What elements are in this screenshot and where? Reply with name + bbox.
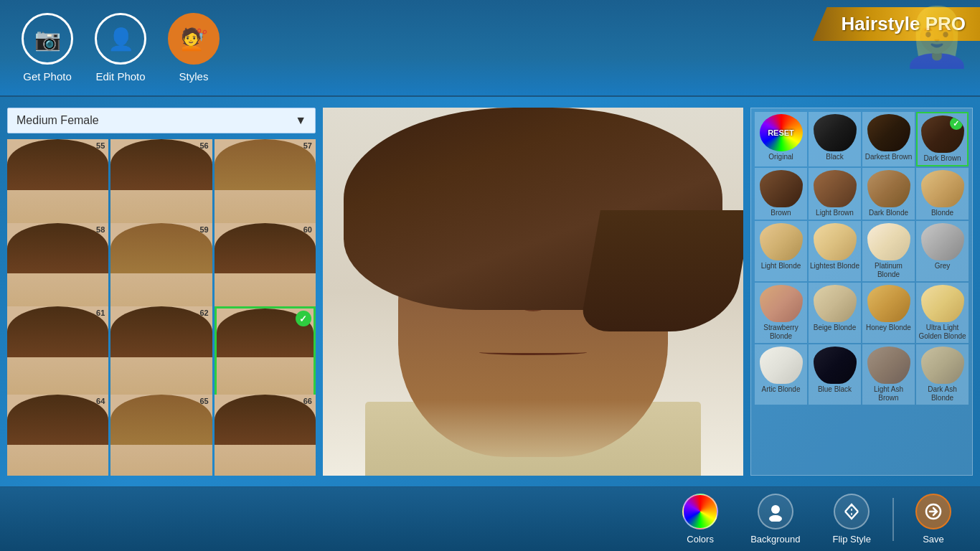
preview-panel: [323, 108, 743, 476]
brown-swatch: [760, 170, 803, 207]
chevron-down-icon: ▼: [295, 114, 306, 127]
save-button[interactable]: Save: [901, 488, 966, 550]
dark-brown-swatch: ✓: [921, 116, 964, 153]
toolbar-divider: [892, 498, 894, 541]
top-nav: 📷 Get Photo 👤 Edit Photo 💇 Styles Hairst…: [0, 0, 980, 97]
styles-label: Styles: [179, 70, 209, 83]
darkest-brown-swatch: [867, 114, 910, 151]
dark-ash-blonde-swatch: [921, 347, 964, 384]
honey-blonde-swatch: [867, 285, 910, 322]
flip-style-icon: [834, 494, 870, 529]
color-light-ash-brown-item[interactable]: Light Ash Brown: [862, 344, 915, 405]
color-label: Darkest Brown: [865, 153, 913, 161]
color-label: Dark Brown: [923, 154, 961, 163]
color-label: Light Blonde: [761, 262, 801, 270]
color-dark-blonde-item[interactable]: Dark Blonde: [862, 168, 915, 220]
main-content: Medium Female ▼ 55 56 57 58: [0, 97, 980, 486]
svg-point-1: [769, 515, 782, 522]
color-label: Artic Blonde: [762, 385, 801, 394]
style-item[interactable]: 61: [7, 306, 108, 408]
style-item[interactable]: 65: [110, 395, 212, 476]
color-label: Blue Black: [818, 385, 852, 394]
selected-checkmark: ✓: [296, 311, 311, 326]
bottom-toolbar: Colors Background Flip Style Sav: [0, 486, 980, 551]
black-swatch: [814, 114, 857, 151]
blue-black-swatch: [814, 347, 857, 384]
color-reset-item[interactable]: RESET Original: [755, 112, 807, 166]
hair-preview: [344, 108, 722, 310]
color-label: Light Brown: [816, 209, 854, 217]
save-label: Save: [923, 534, 944, 545]
strawberry-blonde-swatch: [760, 285, 803, 322]
blonde-swatch: [921, 170, 964, 207]
get-photo-button[interactable]: 📷 Get Photo: [22, 13, 73, 83]
color-strawberry-blonde-item[interactable]: Strawberry Blonde: [755, 283, 807, 343]
color-label: Strawberry Blonde: [756, 324, 806, 341]
color-black-item[interactable]: Black: [809, 112, 861, 166]
style-category-dropdown[interactable]: Medium Female ▼: [7, 108, 316, 133]
ultra-light-golden-blonde-swatch: [921, 285, 964, 322]
colors-icon: [682, 494, 718, 529]
color-label: Honey Blonde: [866, 324, 911, 332]
color-label: Brown: [771, 209, 791, 217]
colors-button[interactable]: Colors: [668, 488, 732, 550]
lightest-blonde-swatch: [814, 223, 857, 260]
edit-photo-button[interactable]: 👤 Edit Photo: [95, 13, 146, 83]
color-label: Light Ash Brown: [864, 385, 913, 402]
camera-icon: 📷: [22, 13, 73, 65]
color-platinum-blonde-item[interactable]: Platinum Blonde: [862, 221, 915, 281]
color-honey-blonde-item[interactable]: Honey Blonde: [862, 283, 915, 343]
color-blue-black-item[interactable]: Blue Black: [809, 344, 861, 405]
color-label: Beige Blonde: [814, 324, 857, 332]
color-lightest-blonde-item[interactable]: Lightest Blonde: [809, 221, 861, 281]
flip-style-button[interactable]: Flip Style: [819, 488, 885, 550]
color-light-blonde-item[interactable]: Light Blonde: [755, 221, 807, 281]
portrait-preview: [323, 108, 743, 476]
logo-area: Hairstyle PRO 👱‍♀️: [750, 0, 980, 97]
color-dark-brown-item[interactable]: ✓ Dark Brown: [916, 112, 969, 166]
color-label: Ultra Light Golden Blonde: [918, 324, 967, 341]
person-icon: 👤: [95, 13, 146, 65]
light-blonde-swatch: [760, 223, 803, 260]
color-blonde-item[interactable]: Blonde: [916, 168, 969, 220]
save-icon: [915, 494, 951, 529]
grey-swatch: [921, 223, 964, 260]
color-darkest-brown-item[interactable]: Darkest Brown: [862, 112, 915, 166]
light-brown-swatch: [814, 170, 857, 207]
color-panel: RESET Original Black Darkest Brown ✓ Dar…: [750, 108, 973, 476]
color-label: Platinum Blonde: [864, 262, 913, 279]
color-grey-item[interactable]: Grey: [916, 221, 969, 281]
platinum-blonde-swatch: [867, 223, 910, 260]
style-item[interactable]: 64: [7, 395, 108, 476]
color-label: Blonde: [931, 209, 953, 217]
color-artic-blonde-item[interactable]: Artic Blonde: [755, 344, 807, 405]
color-beige-blonde-item[interactable]: Beige Blonde: [809, 283, 861, 343]
color-label: Original: [768, 153, 793, 161]
dark-blonde-swatch: [867, 170, 910, 207]
get-photo-label: Get Photo: [23, 70, 72, 83]
color-label: Dark Blonde: [869, 209, 908, 217]
color-light-brown-item[interactable]: Light Brown: [809, 168, 861, 220]
color-label: Dark Ash Blonde: [918, 385, 967, 402]
color-label: Grey: [935, 262, 951, 270]
artic-blonde-swatch: [760, 347, 803, 384]
color-label: Lightest Blonde: [810, 262, 859, 270]
reset-swatch: RESET: [760, 114, 803, 151]
color-brown-item[interactable]: Brown: [755, 168, 807, 220]
style-grid: 55 56 57 58 59 60: [7, 139, 316, 476]
color-grid: RESET Original Black Darkest Brown ✓ Dar…: [755, 112, 969, 405]
beige-blonde-swatch: [814, 285, 857, 322]
style-item[interactable]: 66: [215, 395, 316, 476]
style-item-selected[interactable]: ✓: [215, 306, 316, 408]
background-label: Background: [750, 534, 800, 545]
styles-icon: 💇: [168, 13, 220, 65]
color-ultra-light-golden-blonde-item[interactable]: Ultra Light Golden Blonde: [916, 283, 969, 343]
flip-style-label: Flip Style: [833, 534, 871, 545]
color-dark-ash-blonde-item[interactable]: Dark Ash Blonde: [916, 344, 969, 405]
style-item[interactable]: 62: [110, 306, 212, 408]
color-label: Black: [826, 153, 843, 161]
background-icon: [758, 494, 793, 529]
colors-label: Colors: [687, 534, 714, 545]
background-button[interactable]: Background: [736, 488, 814, 550]
styles-button[interactable]: 💇 Styles: [168, 13, 220, 83]
